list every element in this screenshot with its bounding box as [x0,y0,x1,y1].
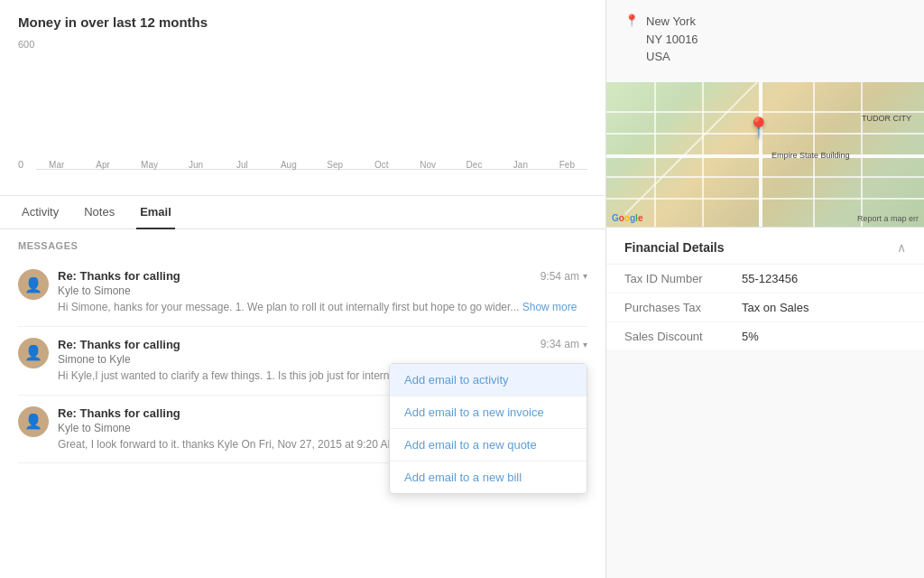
financial-title: Financial Details [624,240,724,255]
chart-title: Money in over last 12 months [18,14,587,30]
chart-y-zero-label: 0 [18,159,23,170]
map-pin: 📍 [746,117,771,140]
message-dropdown-arrow[interactable]: ▾ [583,340,587,350]
chart-bar-group: May [129,157,170,170]
address-section: 📍 New YorkNY 10016USA [606,0,924,82]
chart-bar-group: Dec [454,157,494,170]
chart-bar-label: Jun [189,160,203,170]
map-container[interactable]: 📍 Empire State Building TUDOR CITY Googl… [606,82,924,227]
chart-bar-label: Nov [420,160,436,170]
chart-container: 600 0 MarAprMayJunJulAugSepOctNovDecJanF… [18,39,587,188]
chart-bar-group: Jun [175,157,216,170]
chart-bar-label: Mar [49,160,64,170]
message-subject: Re: Thanks for calling [58,269,180,283]
tab-activity[interactable]: Activity [18,196,62,229]
chart-bars-area: MarAprMayJunJulAugSepOctNovDecJanFeb [36,53,587,170]
message-time: 9:54 am [541,270,579,283]
chart-y-max-label: 600 [18,39,34,50]
message-content: Re: Thanks for calling9:54 am▾Kyle to Si… [58,269,587,315]
financial-key: Tax ID Number [624,272,742,285]
financial-row: Tax ID Number55-123456 [606,265,924,294]
tabs-section: ActivityNotesEmail [0,196,605,229]
chart-bar-group: Jul [222,157,263,170]
google-logo: Google [612,213,642,223]
address-label-row: 📍 New YorkNY 10016USA [624,13,906,66]
dropdown-menu-item[interactable]: Add email to a new invoice [390,396,587,429]
chart-bar-label: Sep [327,160,343,170]
dropdown-menu-item[interactable]: Add email to a new quote [390,429,587,461]
address-line: NY 10016 [646,31,698,49]
chart-bar-group: Jan [500,157,541,170]
financial-section: Financial Details ∧ Tax ID Number55-1234… [606,227,924,351]
financial-row: Purchases TaxTax on Sales [606,294,924,322]
tab-notes[interactable]: Notes [80,196,118,229]
chart-bar-label: Oct [374,160,389,170]
message-time: 9:34 am [541,338,579,350]
chart-bar-label: Feb [559,160,575,170]
left-panel: Money in over last 12 months 600 0 MarAp… [0,0,606,578]
chart-bar-label: May [141,160,158,170]
email-dropdown-menu: Add email to activityAdd email to a new … [389,363,587,494]
address-text: New YorkNY 10016USA [646,13,698,66]
message-dropdown-arrow[interactable]: ▾ [583,271,587,281]
financial-value: Tax on Sales [742,301,808,314]
show-more-link[interactable]: Show more [522,301,578,313]
message-preview: Hi Simone, hanks for your message. 1. We… [58,300,587,315]
chart-bar-group: Nov [407,157,448,170]
message-header: Re: Thanks for calling9:34 am▾ [58,338,587,351]
chart-section: Money in over last 12 months 600 0 MarAp… [0,0,605,196]
chart-bar-group: Apr [82,157,123,170]
chart-bar-group: Aug [268,157,309,170]
map-label-tudor: TUDOR CITY [862,114,911,123]
financial-header: Financial Details ∧ [606,228,924,265]
map-label-empire: Empire State Building [772,151,850,160]
message-item: 👤Re: Thanks for calling9:54 am▾Kyle to S… [18,258,587,327]
financial-rows: Tax ID Number55-123456Purchases TaxTax o… [606,265,924,351]
message-subject: Re: Thanks for calling [58,406,180,420]
address-line: New York [646,13,698,31]
avatar: 👤 [18,269,49,300]
location-icon: 📍 [624,14,639,27]
chart-bar-label: Aug [281,160,297,170]
chart-bar-group: Feb [547,157,587,170]
messages-list: 👤Re: Thanks for calling9:54 am▾Kyle to S… [18,258,587,463]
financial-row: Sales Discount5% [606,322,924,351]
tab-email[interactable]: Email [136,196,175,229]
messages-label: MESSAGES [18,229,587,258]
chart-bar-group: Mar [36,157,77,170]
chart-bar-group: Sep [315,157,356,170]
avatar: 👤 [18,338,49,368]
message-subject: Re: Thanks for calling [58,338,180,351]
dropdown-menu-item[interactable]: Add email to a new bill [390,461,587,493]
financial-value: 5% [742,330,759,343]
map-report-link[interactable]: Report a map err [857,214,919,223]
chart-bar-label: Jul [236,160,248,170]
dropdown-menu-item[interactable]: Add email to activity [390,364,587,396]
message-time-row: 9:34 am▾ [541,338,587,350]
right-panel: 📍 New YorkNY 10016USA 📍 Empire State Bui… [606,0,924,578]
collapse-icon[interactable]: ∧ [897,240,906,255]
message-header: Re: Thanks for calling9:54 am▾ [58,269,587,283]
address-line: USA [646,48,698,66]
chart-bar-label: Apr [96,160,110,170]
avatar: 👤 [18,406,49,437]
map-placeholder: 📍 Empire State Building TUDOR CITY Googl… [606,82,924,227]
chart-bar-label: Dec [467,160,483,170]
financial-key: Purchases Tax [624,301,742,314]
message-from: Kyle to Simone [58,284,587,297]
messages-section: MESSAGES 👤Re: Thanks for calling9:54 am▾… [0,229,605,578]
financial-value: 55-123456 [742,272,798,285]
financial-key: Sales Discount [624,330,742,343]
chart-bar-group: Oct [361,157,402,170]
chart-bar-label: Jan [513,160,528,170]
message-time-row: 9:54 am▾ [541,270,587,283]
message-item: 👤Re: Thanks for calling9:34 am▾Simone to… [18,327,587,396]
